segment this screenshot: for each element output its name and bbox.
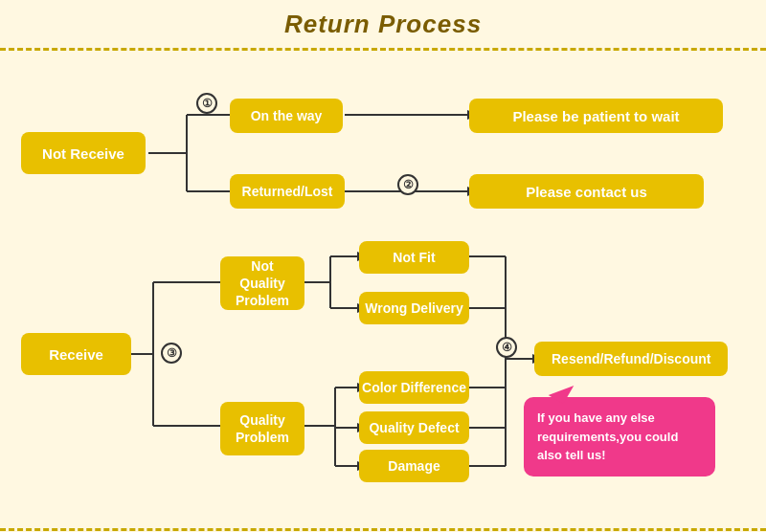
not-receive-box: Not Receive — [21, 132, 146, 174]
on-the-way-box: On the way — [230, 99, 343, 133]
contact-us-box: Please contact us — [469, 174, 704, 209]
not-fit-box: Not Fit — [359, 241, 469, 274]
damage-box: Damage — [359, 450, 469, 482]
wrong-delivery-box: Wrong Delivery — [359, 292, 469, 324]
color-difference-box: Color Difference — [359, 371, 469, 404]
circle-2: ② — [397, 174, 418, 195]
returned-lost-box: Returned/Lost — [230, 174, 345, 209]
circle-3: ③ — [161, 343, 182, 364]
receive-box: Receive — [21, 333, 131, 375]
quality-problem-box: Quality Problem — [220, 402, 304, 455]
quality-defect-box: Quality Defect — [359, 411, 469, 444]
speech-bubble: If you have any else requirements,you co… — [524, 397, 715, 477]
top-border — [0, 48, 766, 52]
not-quality-problem-box: Not Quality Problem — [220, 256, 304, 310]
page-title: Return Process — [284, 10, 482, 39]
resend-box: Resend/Refund/Discount — [534, 342, 728, 376]
patient-wait-box: Please be patient to wait — [469, 99, 723, 133]
circle-1: ① — [196, 93, 217, 114]
circle-4: ④ — [496, 337, 517, 358]
bottom-border — [0, 528, 766, 532]
title-area: Return Process — [0, 0, 766, 48]
